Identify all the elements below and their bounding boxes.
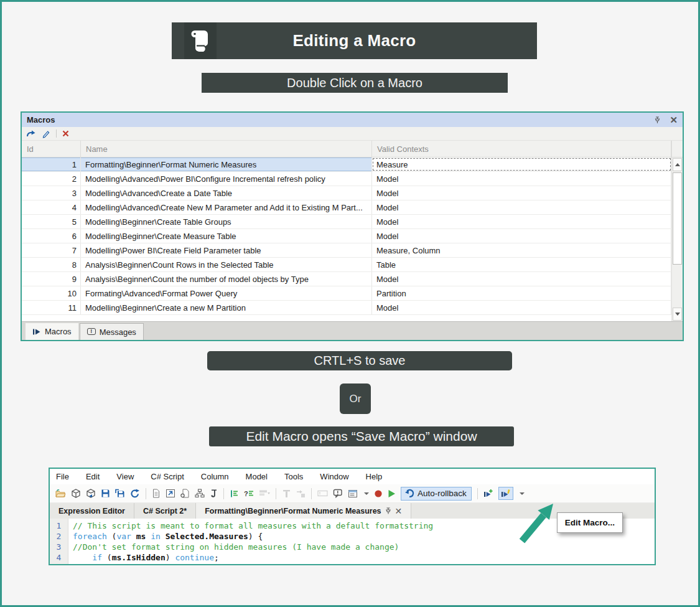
cell-name[interactable]: Modelling\Advanced\Power BI\Configure In… [81, 172, 372, 186]
cell-id[interactable]: 1 [22, 158, 81, 171]
refresh-icon[interactable] [130, 489, 140, 498]
cell-ctx[interactable]: Model [372, 200, 671, 214]
delete-macro-icon[interactable] [62, 130, 69, 137]
play-icon[interactable] [388, 489, 396, 498]
macro-row-7[interactable]: 7Modelling\Power BI\Create Field Paramet… [22, 243, 671, 258]
cell-id[interactable]: 8 [22, 258, 81, 271]
cell-name[interactable]: Analysis\Beginner\Count the number of mo… [81, 272, 372, 286]
macro-row-5[interactable]: 5Modelling\Beginner\Create Table GroupsM… [22, 215, 671, 229]
cell-id[interactable]: 9 [22, 272, 81, 286]
menu-file[interactable]: File [56, 472, 69, 481]
new-script-icon[interactable] [152, 489, 161, 498]
macro-row-10[interactable]: 10Formating\Advanced\Format Power QueryP… [22, 286, 671, 301]
macro-row-11[interactable]: 11Modelling\Beginner\Create a new M Part… [22, 301, 671, 315]
scroll-up-button[interactable] [673, 158, 682, 171]
cell-name[interactable]: Analysis\Beginner\Count Rows in the Sele… [81, 258, 372, 271]
edit-macro-icon[interactable] [42, 129, 50, 138]
macro-row-3[interactable]: 3Modelling\Advanced\Create a Date TableM… [22, 186, 671, 200]
cell-ctx[interactable]: Table [372, 258, 671, 271]
cell-id[interactable]: 7 [22, 243, 81, 257]
cell-id[interactable]: 10 [22, 286, 81, 300]
save-all-icon[interactable] [115, 489, 125, 498]
cell-name[interactable]: Modelling\Advanced\Create a Date Table [81, 186, 372, 200]
macro-row-1[interactable]: 1Formatting\Beginner\Format Numeric Meas… [22, 158, 671, 172]
macro-play-icon [32, 328, 41, 336]
cell-ctx[interactable]: Model [372, 215, 671, 228]
cell-id[interactable]: 11 [22, 301, 81, 314]
perspective-dropdown [259, 489, 270, 498]
open-model-icon[interactable] [71, 489, 81, 498]
pin-icon[interactable] [654, 116, 661, 124]
menu-column[interactable]: Column [201, 472, 229, 481]
cell-id[interactable]: 5 [22, 215, 81, 228]
scroll-down-button[interactable] [673, 308, 682, 321]
step-banner-save: CRTL+S to save [207, 351, 512, 370]
cell-ctx[interactable]: Model [372, 301, 671, 314]
column-header-valid-contexts[interactable]: Valid Contexts [372, 141, 671, 157]
cell-name[interactable]: Modelling\Beginner\Create Measure Table [81, 229, 372, 243]
record-icon[interactable] [374, 489, 383, 498]
cell-ctx[interactable]: Model [372, 272, 671, 286]
format-document-icon[interactable] [230, 489, 239, 498]
close-tab-icon[interactable]: ✕ [395, 506, 403, 516]
cell-id[interactable]: 2 [22, 172, 81, 186]
cell-name[interactable]: Modelling\Advanced\Create New M Paramete… [81, 200, 372, 214]
open-file-icon[interactable] [55, 489, 66, 498]
comment-icon[interactable] [333, 489, 343, 498]
editor-tab[interactable]: Formatting\Beginner\Format Numeric Measu… [196, 503, 411, 519]
menu-c-script[interactable]: C# Script [151, 472, 184, 481]
new-macro-icon[interactable] [483, 489, 493, 498]
code-line[interactable]: if (ms.IsHidden) continue; [73, 552, 655, 563]
column-header-name[interactable]: Name [81, 141, 372, 157]
cell-name[interactable]: Formating\Advanced\Format Power Query [81, 286, 372, 300]
save-icon[interactable] [101, 489, 110, 498]
macro-row-9[interactable]: 9Analysis\Beginner\Count the number of m… [22, 272, 671, 286]
cell-name[interactable]: Modelling\Beginner\Create Table Groups [81, 215, 372, 228]
cell-name[interactable]: Modelling\Beginner\Create a new M Partit… [81, 301, 372, 314]
cell-ctx[interactable]: Measure, Column [372, 243, 671, 257]
vertical-scrollbar[interactable] [671, 158, 683, 321]
menu-view[interactable]: View [116, 472, 134, 481]
cell-ctx[interactable]: Model [372, 172, 671, 186]
code-line[interactable]: //Don't set format string on hidden meas… [73, 542, 655, 552]
macro-row-8[interactable]: 8Analysis\Beginner\Count Rows in the Sel… [22, 258, 671, 272]
menu-window[interactable]: Window [320, 472, 348, 481]
run-page-icon[interactable] [180, 489, 190, 498]
menu-model[interactable]: Model [246, 472, 268, 481]
window-select-icon[interactable] [348, 489, 358, 498]
cell-ctx[interactable]: Model [372, 186, 671, 200]
page-title: Editing a Macro [292, 31, 416, 50]
macro-row-6[interactable]: 6Modelling\Beginner\Create Measure Table… [22, 229, 671, 243]
cell-id[interactable]: 3 [22, 186, 81, 200]
menu-tools[interactable]: Tools [284, 472, 303, 481]
cell-name[interactable]: Formatting\Beginner\Format Numeric Measu… [81, 158, 372, 171]
macro-row-4[interactable]: 4Modelling\Advanced\Create New M Paramet… [22, 200, 671, 215]
cell-ctx[interactable]: Partition [372, 286, 671, 300]
auto-rollback-button[interactable]: Auto-rollback [401, 487, 472, 501]
tab-messages[interactable]: ! Messages [80, 323, 144, 340]
cell-name[interactable]: Modelling\Power BI\Create Field Paramete… [81, 243, 372, 257]
script-icon[interactable] [210, 489, 218, 498]
close-icon[interactable]: ✕ [670, 115, 678, 125]
macro-row-2[interactable]: 2Modelling\Advanced\Power BI\Configure I… [22, 172, 671, 186]
menu-edit[interactable]: Edit [86, 472, 100, 481]
editor-tab[interactable]: Expression Editor [50, 503, 134, 519]
macro-dropdown-caret-icon[interactable] [520, 492, 525, 495]
run-macro-icon[interactable] [26, 129, 36, 138]
dropdown-caret-icon[interactable] [364, 492, 369, 495]
form-icon[interactable] [166, 489, 175, 498]
editor-tab[interactable]: C# Script 2* [134, 503, 196, 519]
cell-id[interactable]: 4 [22, 200, 81, 214]
cell-ctx[interactable]: Model [372, 229, 671, 243]
format-query-icon[interactable]: ? [244, 489, 254, 498]
scrollbar-thumb[interactable] [673, 172, 682, 265]
cell-ctx[interactable]: Measure [372, 158, 671, 171]
open-model-from-db-icon[interactable] [86, 489, 96, 498]
tab-macros[interactable]: Macros [26, 323, 78, 340]
hierarchy-icon[interactable] [195, 489, 205, 498]
menu-help[interactable]: Help [366, 472, 383, 481]
edit-macro-button[interactable] [498, 487, 513, 500]
column-header-id[interactable]: Id [22, 141, 81, 157]
cell-id[interactable]: 6 [22, 229, 81, 243]
pin-icon[interactable] [385, 507, 391, 514]
